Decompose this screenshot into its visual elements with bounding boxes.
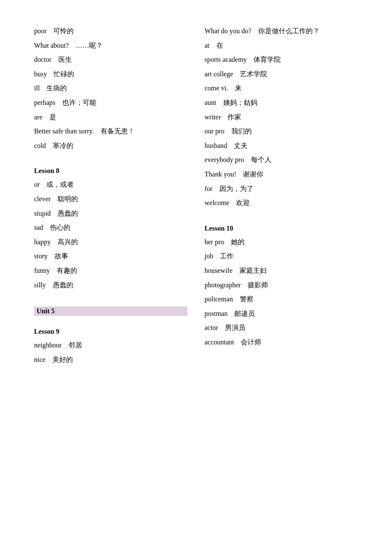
list-item: cold 寒冷的 (34, 140, 187, 151)
english-word: doctor (34, 56, 52, 63)
list-item: Thank you! 谢谢你 (205, 169, 358, 180)
english-word: busy (34, 70, 47, 78)
list-item: poor 可怜的 (34, 26, 187, 37)
list-item: art college 艺术学院 (205, 69, 358, 80)
list-item: stupid 愚蠢的 (34, 208, 187, 219)
english-word: postman (205, 310, 228, 317)
english-word: sports academy (205, 56, 247, 63)
list-item: welcome 欢迎 (205, 197, 358, 208)
list-item: sad 伤心的 (34, 222, 187, 233)
chinese-meaning: 或，或者 (46, 181, 74, 188)
chinese-meaning: 你是做什么工作的？ (258, 27, 320, 35)
list-item: perhaps 也许；可能 (34, 97, 187, 108)
list-item: for 因为，为了 (205, 183, 358, 194)
chinese-meaning: 忙碌的 (54, 70, 74, 78)
lesson10-vocab: her pro 她的job 工作housewife 家庭主妇photograph… (205, 237, 358, 351)
list-item: aunt 姨妈；姑妈 (205, 97, 358, 108)
english-word: stupid (34, 210, 51, 217)
lesson8-vocab: or 或，或者clever 聪明的stupid 愚蠢的sad 伤心的happy … (34, 179, 187, 294)
list-item: funny 有趣的 (34, 265, 187, 276)
chinese-meaning: 警察 (240, 295, 254, 303)
chinese-meaning: 作家 (228, 113, 241, 121)
chinese-meaning: 高兴的 (58, 238, 78, 246)
list-item: Better safe than sorry. 有备无患！ (34, 126, 187, 137)
list-item: accountant 会计师 (205, 337, 358, 348)
list-item: sports academy 体育学院 (205, 54, 358, 65)
list-item: everybody pro 每个人 (205, 154, 358, 165)
chinese-meaning: 也许；可能 (62, 99, 96, 106)
chinese-meaning: 男演员 (225, 324, 245, 331)
english-word: What do you do? (205, 27, 251, 35)
list-item: her pro 她的 (205, 237, 358, 248)
chinese-meaning: 故事 (55, 252, 68, 260)
english-word: story (34, 252, 48, 260)
english-word: nice (34, 356, 46, 363)
chinese-meaning: 摄影师 (248, 281, 268, 289)
chinese-meaning: 邻居 (69, 341, 82, 349)
list-item: actor 男演员 (205, 322, 358, 333)
english-word: for (205, 185, 213, 192)
list-item: happy 高兴的 (34, 237, 187, 248)
right-top-vocab: What do you do? 你是做什么工作的？at 在sports acad… (205, 26, 358, 212)
list-item: are 是 (34, 112, 187, 123)
list-item: neighbour 邻居 (34, 340, 187, 351)
chinese-meaning: 会计师 (241, 338, 261, 346)
english-word: aunt (205, 99, 216, 106)
list-item: policeman 警察 (205, 294, 358, 305)
list-item: come vi. 来 (205, 83, 358, 94)
english-word: What about? (34, 42, 69, 49)
english-word: policeman (205, 295, 233, 303)
list-item: photographer 摄影师 (205, 280, 358, 291)
list-item: What do you do? 你是做什么工作的？ (205, 26, 358, 37)
list-item: job 工作 (205, 251, 358, 262)
english-word: job (205, 252, 213, 260)
chinese-meaning: 愚蠢的 (58, 210, 78, 217)
list-item: busy 忙碌的 (34, 69, 187, 80)
left-column: poor 可怜的What about? ……呢？doctor 医生busy 忙碌… (34, 26, 187, 368)
list-item: clever 聪明的 (34, 194, 187, 205)
english-word: accountant (205, 338, 234, 346)
list-item: postman 邮递员 (205, 308, 358, 319)
left-top-vocab: poor 可怜的What about? ……呢？doctor 医生busy 忙碌… (34, 26, 187, 154)
chinese-meaning: 谢谢你 (243, 171, 263, 178)
chinese-meaning: 在 (216, 42, 223, 49)
lesson10-heading: Lesson 10 (205, 225, 358, 232)
chinese-meaning: 她的 (231, 238, 245, 246)
unit5-heading: Unit 5 (34, 306, 187, 316)
english-word: silly (34, 281, 46, 289)
chinese-meaning: 欢迎 (236, 199, 250, 206)
english-word: everybody pro (205, 156, 244, 163)
chinese-meaning: 寒冷的 (53, 142, 73, 149)
chinese-meaning: 聪明的 (58, 195, 78, 202)
list-item: doctor 医生 (34, 54, 187, 65)
chinese-meaning: 艺术学院 (240, 70, 267, 78)
english-word: or (34, 181, 40, 188)
chinese-meaning: 美好的 (52, 356, 73, 363)
english-word: photographer (205, 281, 241, 289)
list-item: or 或，或者 (34, 179, 187, 190)
chinese-meaning: 因为，为了 (219, 185, 254, 192)
list-item: writer 作家 (205, 112, 358, 123)
list-item: at 在 (205, 40, 358, 51)
english-word: her pro (205, 238, 224, 246)
english-word: poor (34, 27, 46, 35)
english-word: welcome (205, 199, 229, 206)
lesson9-heading: Lesson 9 (34, 328, 187, 335)
english-word: clever (34, 195, 51, 202)
chinese-meaning: 来 (235, 84, 242, 92)
right-column: What do you do? 你是做什么工作的？at 在sports acad… (205, 26, 358, 368)
english-word: are (34, 113, 43, 121)
chinese-meaning: ……呢？ (75, 42, 103, 49)
lesson9-vocab: neighbour 邻居nice 美好的 (34, 340, 187, 368)
english-word: sad (34, 224, 43, 231)
chinese-meaning: 有趣的 (57, 267, 77, 274)
list-item: housewife 家庭主妇 (205, 265, 358, 276)
list-item: ill 生病的 (34, 83, 187, 94)
english-word: housewife (205, 267, 233, 274)
chinese-meaning: 家庭主妇 (239, 267, 267, 274)
english-word: come vi. (205, 84, 228, 92)
english-word: our pro (205, 127, 225, 135)
chinese-meaning: 是 (49, 113, 56, 121)
chinese-meaning: 可怜的 (53, 27, 74, 35)
english-word: Thank you! (205, 171, 236, 178)
